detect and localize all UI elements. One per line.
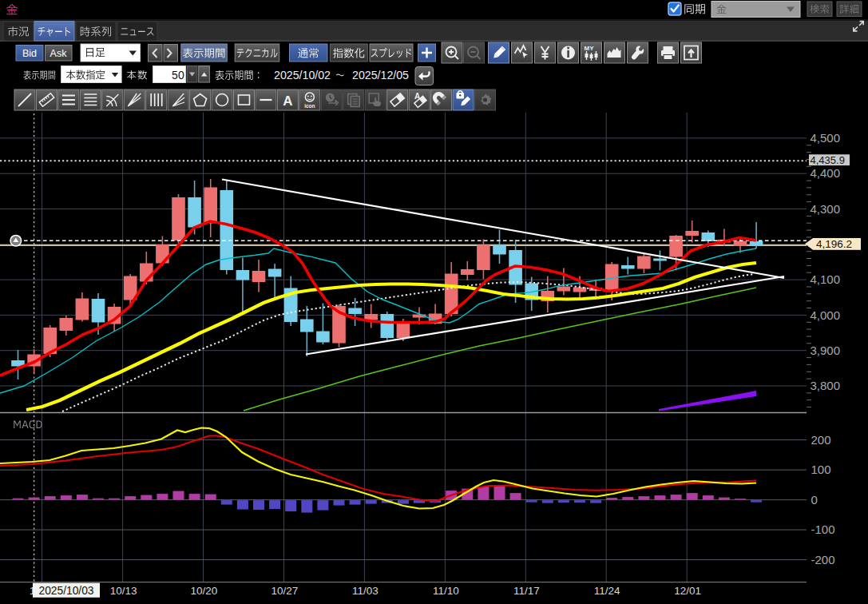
svg-text:-200: -200 (811, 553, 835, 566)
svg-text:4,100: 4,100 (811, 272, 841, 286)
svg-text:MY: MY (585, 45, 595, 52)
svg-text:A: A (283, 93, 292, 109)
svg-text:11/10: 11/10 (433, 585, 459, 597)
svg-text:4,500: 4,500 (811, 131, 841, 145)
svg-text:0: 0 (811, 493, 818, 507)
svg-text:4,400: 4,400 (811, 166, 841, 180)
svg-text:12/01: 12/01 (674, 585, 701, 597)
svg-text:50: 50 (172, 69, 184, 81)
svg-text:11/24: 11/24 (594, 585, 620, 597)
svg-text:4,196.2: 4,196.2 (816, 238, 852, 250)
svg-text:100: 100 (811, 463, 831, 476)
svg-text:10/27: 10/27 (271, 585, 299, 597)
svg-text:4,000: 4,000 (811, 308, 841, 322)
svg-text:200: 200 (811, 433, 831, 447)
svg-text:10/20: 10/20 (191, 585, 218, 597)
svg-text:icon: icon (304, 103, 315, 109)
svg-text:3,900: 3,900 (811, 344, 841, 357)
svg-text:3,800: 3,800 (811, 379, 841, 392)
svg-text:11/17: 11/17 (513, 585, 540, 597)
svg-text:-100: -100 (811, 523, 835, 536)
svg-text:2025/10/02: 2025/10/02 (274, 69, 331, 81)
svg-text:4,300: 4,300 (811, 202, 841, 216)
svg-text:Bid: Bid (22, 48, 37, 59)
svg-text:Ask: Ask (50, 48, 68, 59)
svg-text:10/13: 10/13 (110, 585, 137, 597)
svg-text:2025/10/03: 2025/10/03 (38, 585, 93, 597)
svg-text:2025/12/05: 2025/12/05 (352, 69, 409, 81)
svg-text:4,435.9: 4,435.9 (811, 154, 845, 166)
svg-text:11/03: 11/03 (352, 585, 379, 597)
